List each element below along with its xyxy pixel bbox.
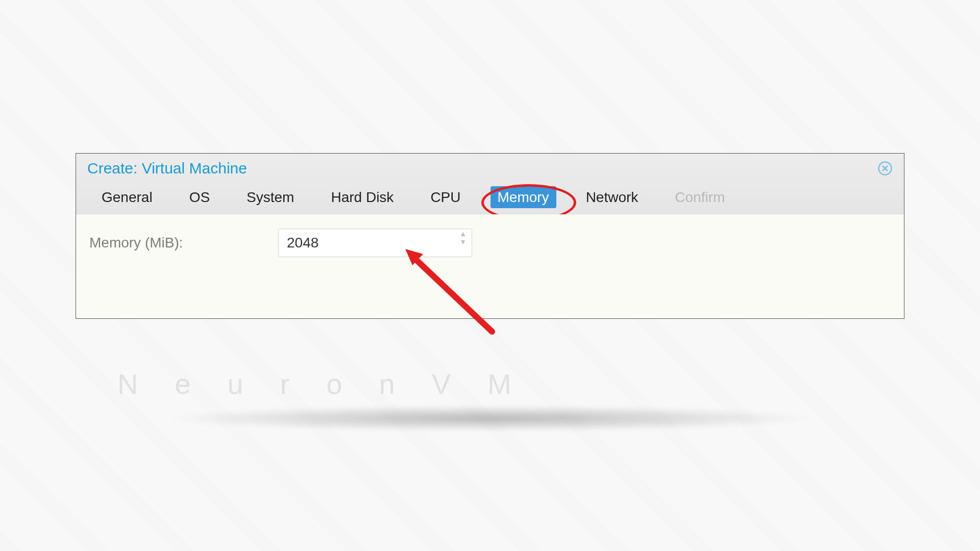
- close-button[interactable]: [876, 160, 894, 177]
- tab-harddisk[interactable]: Hard Disk: [324, 186, 401, 209]
- tab-confirm[interactable]: Confirm: [668, 186, 732, 209]
- dialog-title: Create: Virtual Machine: [87, 160, 247, 177]
- wizard-tabs: General OS System Hard Disk CPU Memory N…: [76, 182, 904, 214]
- tab-os[interactable]: OS: [182, 186, 217, 209]
- dialog-body: Memory (MiB): ▲ ▼: [76, 214, 904, 318]
- memory-label: Memory (MiB):: [89, 235, 258, 251]
- stepper-down-icon[interactable]: ▼: [459, 239, 467, 244]
- stepper-up-icon[interactable]: ▲: [459, 231, 467, 236]
- close-icon: [877, 161, 893, 176]
- tab-system[interactable]: System: [239, 186, 301, 209]
- tab-memory-wrap: Memory: [491, 189, 556, 206]
- dialog-shadow: [71, 398, 909, 439]
- watermark-text: NeuronVM: [117, 367, 548, 400]
- create-vm-dialog: Create: Virtual Machine General OS Syste…: [76, 153, 904, 319]
- dialog-header: Create: Virtual Machine: [76, 154, 904, 182]
- tab-memory[interactable]: Memory: [491, 186, 556, 208]
- stepper-controls: ▲ ▼: [459, 231, 467, 244]
- tab-cpu[interactable]: CPU: [423, 186, 468, 209]
- tab-network[interactable]: Network: [579, 186, 646, 209]
- memory-spinner[interactable]: ▲ ▼: [278, 229, 472, 257]
- memory-input[interactable]: [286, 234, 464, 252]
- tab-general[interactable]: General: [94, 186, 160, 209]
